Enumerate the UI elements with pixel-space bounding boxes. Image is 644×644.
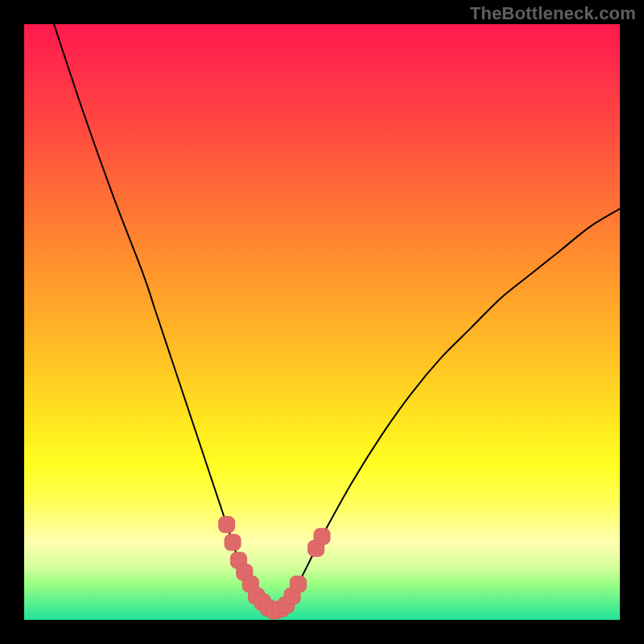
- chart-frame: TheBottleneck.com: [0, 0, 644, 644]
- highlight-marker: [314, 528, 330, 544]
- plot-area: [24, 24, 620, 620]
- highlight-marker: [290, 576, 306, 592]
- highlight-markers: [219, 517, 330, 619]
- bottleneck-curve: [54, 24, 620, 611]
- highlight-marker: [225, 535, 241, 551]
- curve-svg: [24, 24, 620, 620]
- watermark-text: TheBottleneck.com: [470, 3, 636, 24]
- highlight-marker: [219, 517, 235, 533]
